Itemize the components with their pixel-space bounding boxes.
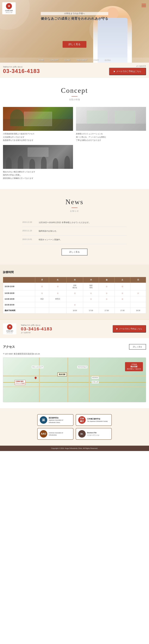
footer-tel-label: Tel&Faxでの <box>21 324 30 326</box>
logo-char: 矯 <box>8 5 10 8</box>
tel-label2: お問い合わせ <box>13 66 23 68</box>
hours-col-time <box>3 277 35 283</box>
hours-row3-sat: ○ <box>115 296 130 302</box>
partner-text-3: American Association ofOrthodontists <box>49 432 63 436</box>
yomi-label: よいはみがき <box>109 65 146 67</box>
hours-row5-time: 最終予約時間 <box>3 308 35 313</box>
hours-col-tue: 火 <box>49 277 66 283</box>
news-content-1: 12月26日〜2016年1月5日 冬季休暇とさせていただきます。 <box>39 221 91 224</box>
hours-row5-sat: 17:30 <box>115 308 130 313</box>
partner-text-2: 日本矯正歯科学会 The Japanese Orthodontic Societ… <box>87 418 108 422</box>
hours-row2-time: 14:30-18:00 <box>3 290 35 296</box>
partner-3: AAO American Association ofOrthodontists <box>37 428 73 440</box>
hours-row5-fri: 17:30 <box>99 308 114 313</box>
footer-logo-name1: 古賀矯正歯科 <box>6 330 13 332</box>
mail-button[interactable]: メールでのご予約はこちら <box>109 68 146 75</box>
header-cta[interactable]: 詳しく見る <box>63 41 86 48</box>
news-content-2: 臨時休診のお知らせ。 <box>39 230 58 233</box>
header-text-block: 小学生までのお子様へ 健全なあごの成長と発育をわれわれあが守る <box>41 12 108 21</box>
hours-row1-mon: ○ <box>35 283 49 290</box>
nav-staff[interactable]: STAFF <box>90 58 102 63</box>
nav-extra[interactable]: EXTRA <box>102 58 114 63</box>
access-header: アクセス 詳しく見る <box>3 344 146 350</box>
table-row: 14:30-19:00 休診 研究日 ○ ○ ○ <box>3 296 146 302</box>
page-footer: Copyright © 2016- Koga Orthodontic Clini… <box>0 446 149 451</box>
logo-area: 矯 古賀矯正歯科 クリニック <box>2 2 16 14</box>
hours-row2-fri: ○ <box>99 290 114 296</box>
doctors-file-label: Doctors File <box>87 432 97 434</box>
hours-row4-time: 16:30-20:00 <box>3 302 35 308</box>
hours-row3-thu: ○ <box>83 296 99 302</box>
arrow-icon <box>114 70 115 72</box>
concept-title-en: Concept <box>3 86 146 94</box>
partners-grid: 認 認定歯科医会 Japanese Association ofOrthodon… <box>37 414 112 440</box>
hours-row3-tue: 研究日 <box>49 296 66 302</box>
hours-row4-sat <box>115 302 130 308</box>
hours-row2-wed: ○ <box>67 290 83 296</box>
detail-button[interactable]: 詳しく見る <box>63 41 86 48</box>
footer-tel-labels: Tel&Faxでの お問い合わせ <box>21 324 110 326</box>
footer-copyright: Copyright © 2016- Koga Orthodontic Clini… <box>51 448 98 449</box>
hours-row3-mon: 休診 <box>35 296 49 302</box>
concept-grid: 小田急線喜多見駅より徒歩2分アクセス土日診療も行っております急患処理もできる強力… <box>3 107 146 180</box>
contact-phone-area: Tel&Faxでの お問い合わせ 03-3416-4183 <box>3 66 40 74</box>
hours-row5-sun: 16:30 <box>130 308 146 313</box>
partner-4: Dr. Doctors File ドクターズファイル <box>76 428 112 440</box>
partner-text-1: 認定歯科医会 Japanese Association ofOrthodonti… <box>49 416 63 424</box>
hours-row3-fri: ○ <box>99 296 114 302</box>
header-subtitle: 小学生までのお子様へ <box>41 12 108 15</box>
map-area: 喜多見駅 サミットストア マクドナルド 古賀矯正歯科クリニック(1F) ザグザグ… <box>3 358 146 402</box>
access-detail-button[interactable]: 詳しく見る <box>129 344 146 350</box>
nav-clinic[interactable]: CLINIC <box>62 58 73 63</box>
news-item-2: 2015.11.15 臨時休診のお知らせ。 <box>22 227 127 236</box>
table-row: 16:30-20:00 ○ <box>3 302 146 308</box>
hours-row2-thu: ○ <box>83 290 99 296</box>
partner-2: 日本矯正 日本矯正歯科学会 The Japanese Orthodontic S… <box>76 414 112 426</box>
nav-home[interactable]: HOME <box>35 58 47 63</box>
access-address: 〒157-0067 東京都世田谷区喜多見8-15-24 <box>3 352 146 355</box>
concept-image-1 <box>3 107 73 131</box>
table-row: 14:30-18:00 ○ ○ ○ ○ ○ ○ ○ <box>3 290 146 296</box>
nav-tabs: HOME CONCEPT CLINIC TREATMENT STAFF EXTR… <box>0 58 149 63</box>
access-section: アクセス 詳しく見る 〒157-0067 東京都世田谷区喜多見8-15-24 喜… <box>0 338 149 408</box>
hours-row1-sat: ○ <box>115 283 130 290</box>
access-title: アクセス <box>3 345 15 349</box>
news-content-3: 特別キャンペーン実施中。 <box>39 238 62 241</box>
news-list: 2015.12.20 12月26日〜2016年1月5日 冬季休暇とさせていただき… <box>22 218 127 244</box>
hours-col-fri: 金 <box>99 277 114 283</box>
partners-section: 認 認定歯科医会 Japanese Association ofOrthodon… <box>0 408 149 446</box>
news-section: News お知らせ 2015.12.20 12月26日〜2016年1月5日 冬季… <box>0 189 149 264</box>
hours-title: 診療時間 <box>3 270 146 274</box>
tel-label: Tel&Faxでの <box>3 66 12 68</box>
footer-phone-area: Tel&Faxでの お問い合わせ 03-3416-4183 よいはみがき <box>21 324 110 334</box>
phone-number[interactable]: 03-3416-4183 <box>3 68 40 74</box>
hours-row1-thu: 臨床研究 <box>83 283 99 290</box>
contact-footer-bar: 矯 古賀矯正歯科 クリニック Tel&Faxでの お問い合わせ 03-3416-… <box>0 320 149 338</box>
hours-row4-mon <box>35 302 49 308</box>
footer-mail-button[interactable]: メールでのご予約はこちら <box>113 325 146 332</box>
hours-row2-sat: ○ <box>115 290 130 296</box>
news-detail-button[interactable]: 詳しく見る <box>62 248 87 256</box>
news-item-1: 2015.12.20 12月26日〜2016年1月5日 冬季休暇とさせていただき… <box>22 218 127 227</box>
header: 矯 古賀矯正歯科 クリニック 小学生までのお子様へ 健全なあごの成長と発育をわれ… <box>0 0 149 63</box>
nav-treatment[interactable]: TREATMENT <box>73 58 90 63</box>
header-title: 健全なあごの成長と発育をわれわれあが守る <box>41 16 108 21</box>
site-name-line1: 古賀矯正歯科 <box>5 10 13 12</box>
footer-arrow-icon <box>117 328 118 330</box>
hours-row4-wed: ○ <box>67 302 83 308</box>
news-divider <box>72 208 77 208</box>
partner-icon-2: 日本矯正 <box>78 416 86 424</box>
news-title-ja: お知らせ <box>22 210 127 212</box>
partner-text-4: Doctors File ドクターズファイル <box>87 432 99 436</box>
hours-col-sat: 土 <box>115 277 130 283</box>
hours-row5-mon <box>35 308 49 313</box>
hours-col-wed: 水 <box>67 277 83 283</box>
footer-phone[interactable]: 03-3416-4183 <box>21 326 110 332</box>
concept-item-1: 小田急線喜多見駅より徒歩2分アクセス土日診療も行っております急患処理もできる強力… <box>3 107 73 142</box>
hours-row4-sun <box>130 302 146 308</box>
hours-table: 月 火 水 木 金 土 日 10:30-13:00 ○ ○ 庶例検討会 臨床研究 <box>3 277 146 314</box>
hamburger-menu[interactable] <box>142 3 146 8</box>
nav-concept[interactable]: CONCEPT <box>47 58 62 63</box>
hours-row2-sun: ○ <box>130 290 146 296</box>
concept-image-2 <box>76 107 146 131</box>
